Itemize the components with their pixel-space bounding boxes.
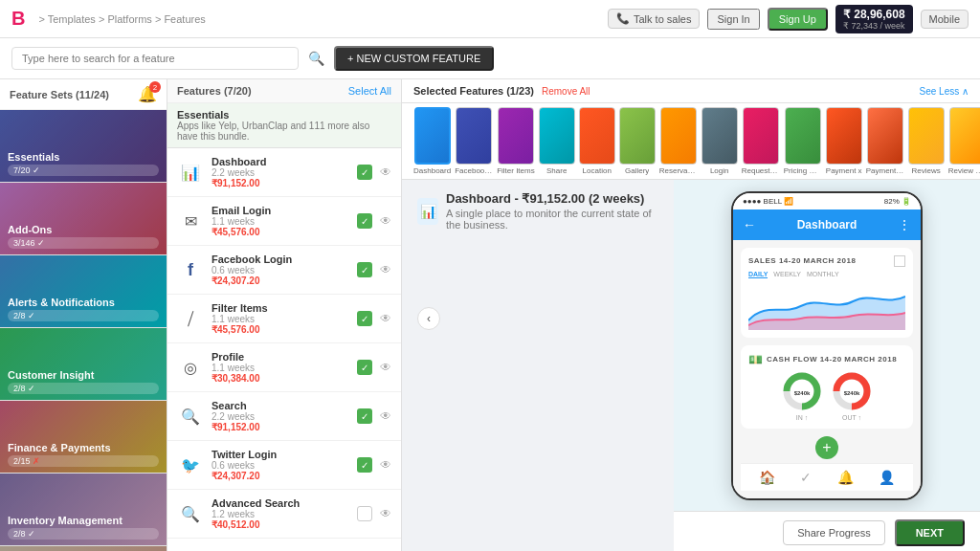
back-nav-arrow[interactable]: ‹ (417, 307, 440, 330)
feature-price: ₹40,512.00 (212, 519, 349, 530)
thumb-reviews[interactable]: Reviews (908, 107, 945, 175)
donuts: $240k IN ↑ (748, 370, 905, 421)
sidebar-item-auth[interactable]: Authentication... (0, 546, 167, 551)
feature-item-advanced-search[interactable]: 🔍 Advanced Search 1.2 weeks ₹40,512.00 👁 (167, 490, 401, 539)
home-tab-icon[interactable]: 🏠 (759, 470, 775, 485)
feature-weeks: 1.2 weeks (212, 509, 349, 519)
signin-button[interactable]: Sign In (707, 9, 759, 30)
feature-price: ₹30,384.00 (212, 373, 349, 384)
talk-to-sales-button[interactable]: 📞 Talk to sales (608, 9, 701, 29)
thumb-share[interactable]: Share (539, 107, 575, 175)
thumb-request[interactable]: Request Manage (742, 107, 780, 175)
signup-button[interactable]: Sign Up (768, 8, 828, 31)
search-icon: 🔍 (308, 51, 324, 66)
eye-icon[interactable]: 👁 (380, 458, 391, 472)
feature-checkbox[interactable]: ✓ (357, 360, 372, 375)
feature-info: Filter Items 1.1 weeks ₹45,576.00 (212, 302, 349, 335)
bell-tab-icon[interactable]: 🔔 (837, 470, 854, 485)
feature-item-search[interactable]: 🔍 Search 2.2 weeks ₹91,152.00 ✓ 👁 (167, 392, 401, 441)
filter-icon: ⧸ (177, 305, 204, 332)
card-badge: 3/146✓ (8, 237, 159, 249)
remove-all-button[interactable]: Remove All (542, 86, 590, 97)
card-badge: 2/15✗ (8, 455, 159, 467)
sidebar-item-finance[interactable]: Finance & Payments 2/15✗ (0, 401, 167, 474)
new-custom-feature-button[interactable]: + NEW CUSTOM FEATURE (334, 46, 494, 71)
sidebar-item-customer[interactable]: Customer Insight 2/8✓ (0, 328, 167, 401)
eye-icon[interactable]: 👁 (380, 409, 391, 423)
thumb-dashboard[interactable]: Dashboard (413, 107, 451, 175)
max-price-box: ₹ 28,96,608 ₹ 72,343 / week (835, 5, 913, 33)
detail-panel: 📊 Dashboard - ₹91,152.00 (2 weeks) A sin… (402, 180, 980, 551)
advanced-search-icon: 🔍 (177, 500, 204, 527)
select-all-button[interactable]: Select All (348, 85, 391, 97)
feature-checkbox[interactable]: ✓ (357, 262, 372, 277)
feature-info: Email Login 1.1 weeks ₹45,576.00 (212, 205, 349, 237)
eye-icon[interactable]: 👁 (380, 361, 391, 374)
chart-tab-weekly[interactable]: WEEKLY (773, 271, 801, 278)
sidebar-item-alerts[interactable]: Alerts & Notifications 2/8✓ (0, 255, 167, 328)
feature-checkbox[interactable]: ✓ (357, 165, 372, 180)
feature-info: Advanced Search 1.2 weeks ₹40,512.00 (212, 497, 349, 530)
check-tab-icon[interactable]: ✓ (800, 470, 812, 485)
card-overlay: Add-Ons 3/146✓ (0, 183, 167, 254)
phone-back-icon: ← (743, 217, 756, 232)
thumb-login[interactable]: Login (702, 107, 738, 175)
feature-checkbox[interactable] (357, 506, 372, 521)
fab-button[interactable]: + (815, 436, 838, 459)
feature-checkbox[interactable]: ✓ (357, 213, 372, 229)
thumb-gallery[interactable]: Gallery (619, 107, 656, 175)
feature-item-filter[interactable]: ⧸ Filter Items 1.1 weeks ₹45,576.00 ✓ 👁 (167, 295, 401, 343)
thumb-reservations[interactable]: Reservati... (659, 107, 698, 175)
feature-item-twitter[interactable]: 🐦 Twitter Login 0.6 weeks ₹24,307.20 ✓ 👁 (167, 441, 401, 490)
thumb-pricing[interactable]: Pricing Engine (784, 107, 822, 175)
see-less-button[interactable]: See Less ∧ (920, 86, 969, 97)
detail-left: 📊 Dashboard - ₹91,152.00 (2 weeks) A sin… (402, 180, 674, 551)
email-icon: ✉ (177, 208, 204, 234)
feature-thumbnails: Dashboard Facebook Login Filter Items Sh… (402, 103, 980, 180)
eye-icon[interactable]: 👁 (380, 214, 391, 228)
sidebar-header: Feature Sets (11/24) 🔔 2 (0, 79, 167, 110)
facebook-icon: f (177, 256, 204, 283)
sidebar-item-inventory[interactable]: Inventory Management 2/8✓ (0, 474, 167, 546)
sidebar-item-addons[interactable]: Add-Ons 3/146✓ (0, 183, 167, 255)
mobile-button[interactable]: Mobile (921, 10, 969, 29)
phone-inner: ●●●● BELL 📶 82% 🔋 ← Dashboard ⋮ (731, 191, 923, 500)
thumb-facebook-login[interactable]: Facebook Login (455, 107, 493, 175)
thumb-review-prompt[interactable]: Review Prompt (948, 107, 980, 175)
eye-icon[interactable]: 👁 (380, 263, 391, 276)
phone-frame: ●●●● BELL 📶 82% 🔋 ← Dashboard ⋮ (674, 180, 980, 511)
feature-weeks: 1.1 weeks (212, 363, 349, 373)
feature-item-email-login[interactable]: ✉ Email Login 1.1 weeks ₹45,576.00 ✓ 👁 (167, 197, 401, 246)
thumb-payment-admin[interactable]: Payment Admin (866, 107, 904, 175)
feature-weeks: 1.1 weeks (212, 216, 349, 227)
feature-price: ₹24,307.20 (212, 471, 349, 481)
phone-status-bar: ●●●● BELL 📶 82% 🔋 (733, 193, 921, 209)
feature-item-auth-wear[interactable]: ⌚ Authentication in Wear 1.1 weeks 👁 (167, 539, 401, 551)
search-input[interactable] (11, 47, 299, 70)
share-progress-button[interactable]: Share Progress (783, 520, 884, 545)
card-badge: 7/20✓ (8, 165, 159, 176)
thumb-location[interactable]: Location (579, 107, 615, 175)
sidebar-item-essentials[interactable]: Essentials 7/20✓ (0, 110, 167, 183)
card-overlay: Alerts & Notifications 2/8✓ (0, 255, 167, 327)
feature-item-facebook-login[interactable]: f Facebook Login 0.6 weeks ₹24,307.20 ✓ … (167, 246, 401, 295)
chart-tab-monthly[interactable]: MONTHLY (807, 271, 839, 278)
feature-checkbox[interactable]: ✓ (357, 311, 372, 326)
feature-checkbox[interactable]: ✓ (357, 408, 372, 424)
feature-checkbox[interactable]: ✓ (357, 457, 372, 473)
cash-label: CASH FLOW 14-20 MARCH 2018 (767, 355, 897, 364)
next-button[interactable]: NEXT (895, 519, 965, 546)
donut-in-chart: $240k (781, 370, 823, 412)
thumb-filter-items[interactable]: Filter Items (497, 107, 535, 175)
thumb-payment-x[interactable]: Payment x (826, 107, 862, 175)
user-tab-icon[interactable]: 👤 (879, 470, 895, 485)
card-title: Customer Insight (8, 369, 159, 381)
eye-icon[interactable]: 👁 (380, 507, 391, 520)
feature-item-profile[interactable]: ◎ Profile 1.1 weeks ₹30,384.00 ✓ 👁 (167, 343, 401, 392)
feature-item-dashboard[interactable]: 📊 Dashboard 2.2 weeks ₹91,152.00 ✓ 👁 (167, 148, 401, 197)
eye-icon[interactable]: 👁 (380, 312, 391, 325)
eye-icon[interactable]: 👁 (380, 165, 391, 179)
profile-icon: ◎ (177, 354, 204, 381)
sales-label: SALES 14-20 MARCH 2018 (748, 256, 856, 265)
chart-tab-daily[interactable]: DAILY (748, 271, 768, 278)
